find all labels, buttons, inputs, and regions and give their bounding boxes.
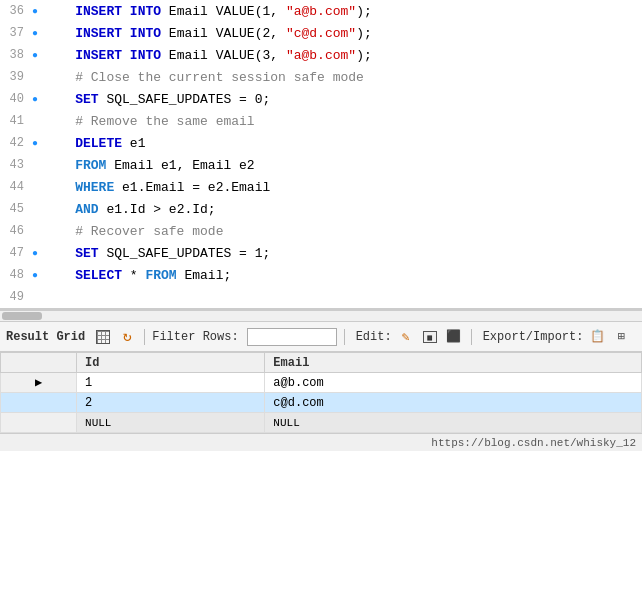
- h-scroll-thumb[interactable]: [2, 312, 42, 320]
- code-line-41: 41 # Remove the same email: [0, 110, 642, 132]
- status-bar: https://blog.csdn.net/whisky_12: [0, 433, 642, 451]
- code-token: INTO: [130, 26, 161, 41]
- code-content: # Recover safe mode: [40, 224, 223, 239]
- col-id: Id: [77, 353, 265, 373]
- code-token: FROM: [75, 158, 106, 173]
- code-content: WHERE e1.Email = e2.Email: [40, 180, 270, 195]
- col-indicator: [1, 353, 77, 373]
- code-content: SELECT * FROM Email;: [40, 268, 231, 283]
- code-token: DELETE: [75, 136, 122, 151]
- code-token: Email: [161, 4, 216, 19]
- grid-icon[interactable]: [93, 328, 113, 346]
- code-line-36: 36● INSERT INTO Email VALUE(1, "a@b.com"…: [0, 0, 642, 22]
- refresh-icon[interactable]: ↻: [117, 328, 137, 346]
- cell-null-email: NULL: [265, 413, 642, 433]
- code-token: "a@b.com": [286, 4, 356, 19]
- divider1: [144, 329, 145, 345]
- export-label: Export/Import:: [483, 330, 584, 344]
- col-email: Email: [265, 353, 642, 373]
- cell-email: c@d.com: [265, 393, 642, 413]
- code-line-37: 37● INSERT INTO Email VALUE(2, "c@d.com"…: [0, 22, 642, 44]
- code-token: "a@b.com": [286, 48, 356, 63]
- code-token: ,: [270, 26, 286, 41]
- code-token: VALUE: [216, 48, 255, 63]
- code-token: SQL_SAFE_UPDATES =: [99, 92, 255, 107]
- code-token: FROM: [145, 268, 176, 283]
- dot-marker: ●: [30, 270, 40, 281]
- filter-label: Filter Rows:: [152, 330, 238, 344]
- code-token: Email e1, Email e2: [106, 158, 254, 173]
- code-token: [44, 136, 75, 151]
- code-content: AND e1.Id > e2.Id;: [40, 202, 216, 217]
- code-token: *: [122, 268, 145, 283]
- line-number: 36: [0, 4, 30, 18]
- code-token: );: [356, 48, 372, 63]
- code-content: SET SQL_SAFE_UPDATES = 1;: [40, 246, 270, 261]
- export-icon1[interactable]: 📋: [587, 328, 607, 346]
- code-token: INSERT: [44, 4, 130, 19]
- code-token: # Recover safe mode: [44, 224, 223, 239]
- cell-id: 1: [77, 373, 265, 393]
- code-line-46: 46 # Recover safe mode: [0, 220, 642, 242]
- table-row[interactable]: 2c@d.com: [1, 393, 642, 413]
- result-toolbar: Result Grid ↻ Filter Rows: Edit: ✎ ▦ ⬛ E…: [0, 322, 642, 352]
- line-number: 43: [0, 158, 30, 172]
- line-number: 38: [0, 48, 30, 62]
- line-number: 49: [0, 290, 30, 304]
- code-token: SELECT: [75, 268, 122, 283]
- code-token: VALUE: [216, 4, 255, 19]
- code-token: ,: [270, 48, 286, 63]
- code-token: e1: [122, 136, 145, 151]
- code-token: INTO: [130, 4, 161, 19]
- code-content: SET SQL_SAFE_UPDATES = 0;: [40, 92, 270, 107]
- line-number: 41: [0, 114, 30, 128]
- line-number: 44: [0, 180, 30, 194]
- code-line-48: 48● SELECT * FROM Email;: [0, 264, 642, 286]
- code-token: SQL_SAFE_UPDATES =: [99, 246, 255, 261]
- code-token: e1.Id > e2.Id;: [99, 202, 216, 217]
- cell-null-id: NULL: [77, 413, 265, 433]
- code-token: [44, 158, 75, 173]
- code-token: "c@d.com": [286, 26, 356, 41]
- code-content: # Remove the same email: [40, 114, 255, 129]
- dot-marker: ●: [30, 50, 40, 61]
- line-number: 37: [0, 26, 30, 40]
- table-row[interactable]: ▶1a@b.com: [1, 373, 642, 393]
- edit-icon1[interactable]: ✎: [396, 328, 416, 346]
- dot-marker: ●: [30, 94, 40, 105]
- code-line-49: 49: [0, 286, 642, 308]
- result-grid: Id Email ▶1a@b.com2c@d.comNULLNULL: [0, 352, 642, 433]
- line-number: 40: [0, 92, 30, 106]
- code-token: INSERT: [44, 26, 130, 41]
- filter-input[interactable]: [247, 328, 337, 346]
- code-line-47: 47● SET SQL_SAFE_UPDATES = 1;: [0, 242, 642, 264]
- code-line-40: 40● SET SQL_SAFE_UPDATES = 0;: [0, 88, 642, 110]
- code-token: [44, 268, 75, 283]
- code-editor: 36● INSERT INTO Email VALUE(1, "a@b.com"…: [0, 0, 642, 310]
- result-table: Id Email ▶1a@b.com2c@d.comNULLNULL: [0, 352, 642, 433]
- code-token: VALUE: [216, 26, 255, 41]
- line-number: 42: [0, 136, 30, 150]
- code-content: # Close the current session safe mode: [40, 70, 364, 85]
- code-token: # Remove the same email: [44, 114, 255, 129]
- dot-marker: ●: [30, 138, 40, 149]
- h-scroll[interactable]: [0, 310, 642, 322]
- code-token: e1.Email = e2.Email: [114, 180, 270, 195]
- code-token: AND: [75, 202, 98, 217]
- edit-icon2[interactable]: ▦: [420, 328, 440, 346]
- export-icon2[interactable]: ⊞: [611, 328, 631, 346]
- code-line-38: 38● INSERT INTO Email VALUE(3, "a@b.com"…: [0, 44, 642, 66]
- code-line-44: 44 WHERE e1.Email = e2.Email: [0, 176, 642, 198]
- divider2: [344, 329, 345, 345]
- status-url: https://blog.csdn.net/whisky_12: [431, 437, 636, 449]
- code-line-42: 42● DELETE e1: [0, 132, 642, 154]
- cell-id: 2: [77, 393, 265, 413]
- line-number: 48: [0, 268, 30, 282]
- edit-label: Edit:: [356, 330, 392, 344]
- code-token: );: [356, 4, 372, 19]
- code-token: ;: [262, 92, 270, 107]
- line-number: 46: [0, 224, 30, 238]
- edit-icon3[interactable]: ⬛: [444, 328, 464, 346]
- result-grid-label: Result Grid: [6, 330, 85, 344]
- code-line-45: 45 AND e1.Id > e2.Id;: [0, 198, 642, 220]
